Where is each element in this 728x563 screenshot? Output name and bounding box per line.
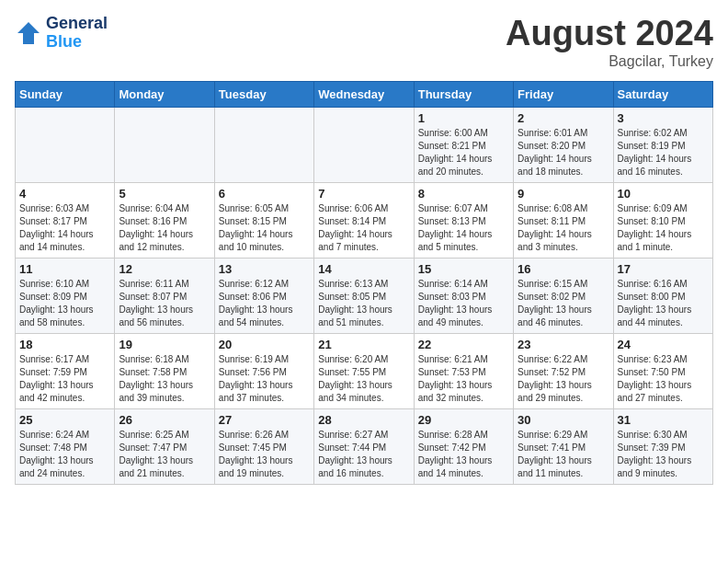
col-header-tuesday: Tuesday	[214, 81, 313, 107]
day-info: Sunrise: 6:07 AM Sunset: 8:13 PM Dayligh…	[418, 202, 509, 254]
day-info: Sunrise: 6:11 AM Sunset: 8:07 PM Dayligh…	[119, 278, 210, 329]
col-header-sunday: Sunday	[16, 81, 115, 107]
calendar-cell: 16Sunrise: 6:15 AM Sunset: 8:02 PM Dayli…	[514, 258, 613, 333]
day-info: Sunrise: 6:17 AM Sunset: 7:59 PM Dayligh…	[19, 353, 110, 405]
day-number: 27	[219, 413, 310, 427]
day-info: Sunrise: 6:12 AM Sunset: 8:06 PM Dayligh…	[219, 278, 310, 329]
calendar-cell: 13Sunrise: 6:12 AM Sunset: 8:06 PM Dayli…	[214, 258, 313, 333]
day-info: Sunrise: 6:19 AM Sunset: 7:56 PM Dayligh…	[219, 353, 310, 405]
calendar-cell: 10Sunrise: 6:09 AM Sunset: 8:10 PM Dayli…	[613, 182, 712, 258]
day-number: 1	[418, 111, 509, 125]
day-number: 11	[19, 262, 110, 276]
day-number: 14	[318, 262, 409, 276]
page-header: General Blue August 2024 Bagcilar, Turke…	[15, 15, 713, 70]
day-number: 26	[119, 413, 210, 427]
calendar-cell: 18Sunrise: 6:17 AM Sunset: 7:59 PM Dayli…	[16, 333, 115, 408]
col-header-thursday: Thursday	[414, 81, 513, 107]
location: Bagcilar, Turkey	[506, 53, 713, 70]
day-number: 29	[418, 413, 509, 427]
day-info: Sunrise: 6:20 AM Sunset: 7:55 PM Dayligh…	[318, 353, 409, 405]
day-number: 23	[518, 338, 609, 351]
calendar-body: 1Sunrise: 6:00 AM Sunset: 8:21 PM Daylig…	[16, 107, 713, 484]
col-header-wednesday: Wednesday	[314, 81, 414, 107]
day-number: 16	[518, 262, 609, 276]
day-info: Sunrise: 6:04 AM Sunset: 8:16 PM Dayligh…	[119, 202, 210, 254]
calendar-cell: 25Sunrise: 6:24 AM Sunset: 7:48 PM Dayli…	[16, 408, 115, 484]
day-number: 5	[119, 187, 210, 201]
day-info: Sunrise: 6:22 AM Sunset: 7:52 PM Dayligh…	[518, 353, 609, 405]
svg-marker-0	[17, 22, 40, 44]
day-number: 6	[219, 187, 310, 201]
logo: General Blue	[15, 15, 108, 52]
calendar-cell: 27Sunrise: 6:26 AM Sunset: 7:45 PM Dayli…	[214, 408, 313, 484]
calendar-cell	[214, 107, 313, 182]
calendar-cell: 26Sunrise: 6:25 AM Sunset: 7:47 PM Dayli…	[115, 408, 214, 484]
day-info: Sunrise: 6:15 AM Sunset: 8:02 PM Dayligh…	[518, 278, 609, 329]
logo-icon	[15, 19, 42, 47]
calendar-cell: 11Sunrise: 6:10 AM Sunset: 8:09 PM Dayli…	[16, 258, 115, 333]
day-number: 9	[518, 187, 609, 201]
logo-text: General Blue	[46, 15, 108, 52]
calendar-cell: 29Sunrise: 6:28 AM Sunset: 7:42 PM Dayli…	[414, 408, 513, 484]
day-number: 15	[418, 262, 509, 276]
day-number: 17	[618, 262, 709, 276]
calendar-header: SundayMondayTuesdayWednesdayThursdayFrid…	[16, 81, 713, 107]
day-number: 7	[318, 187, 409, 201]
header-row: SundayMondayTuesdayWednesdayThursdayFrid…	[16, 81, 713, 107]
calendar-cell	[115, 107, 214, 182]
calendar-cell: 20Sunrise: 6:19 AM Sunset: 7:56 PM Dayli…	[214, 333, 313, 408]
day-number: 18	[19, 338, 110, 351]
week-row-3: 11Sunrise: 6:10 AM Sunset: 8:09 PM Dayli…	[16, 258, 713, 333]
day-info: Sunrise: 6:23 AM Sunset: 7:50 PM Dayligh…	[618, 353, 709, 405]
day-info: Sunrise: 6:24 AM Sunset: 7:48 PM Dayligh…	[19, 429, 110, 480]
day-number: 19	[119, 338, 210, 351]
col-header-saturday: Saturday	[613, 81, 712, 107]
day-number: 4	[19, 187, 110, 201]
day-info: Sunrise: 6:13 AM Sunset: 8:05 PM Dayligh…	[318, 278, 409, 329]
calendar-cell: 5Sunrise: 6:04 AM Sunset: 8:16 PM Daylig…	[115, 182, 214, 258]
day-number: 12	[119, 262, 210, 276]
calendar-cell	[314, 107, 414, 182]
day-number: 28	[318, 413, 409, 427]
calendar-cell: 21Sunrise: 6:20 AM Sunset: 7:55 PM Dayli…	[314, 333, 414, 408]
calendar-cell: 14Sunrise: 6:13 AM Sunset: 8:05 PM Dayli…	[314, 258, 414, 333]
day-number: 30	[518, 413, 609, 427]
day-info: Sunrise: 6:00 AM Sunset: 8:21 PM Dayligh…	[418, 127, 509, 178]
day-number: 10	[618, 187, 709, 201]
day-info: Sunrise: 6:10 AM Sunset: 8:09 PM Dayligh…	[19, 278, 110, 329]
calendar-cell: 22Sunrise: 6:21 AM Sunset: 7:53 PM Dayli…	[414, 333, 513, 408]
calendar-cell: 4Sunrise: 6:03 AM Sunset: 8:17 PM Daylig…	[16, 182, 115, 258]
calendar-cell: 8Sunrise: 6:07 AM Sunset: 8:13 PM Daylig…	[414, 182, 513, 258]
day-info: Sunrise: 6:16 AM Sunset: 8:00 PM Dayligh…	[618, 278, 709, 329]
day-info: Sunrise: 6:25 AM Sunset: 7:47 PM Dayligh…	[119, 429, 210, 480]
calendar-cell: 17Sunrise: 6:16 AM Sunset: 8:00 PM Dayli…	[613, 258, 712, 333]
day-number: 3	[618, 111, 709, 125]
calendar-cell: 1Sunrise: 6:00 AM Sunset: 8:21 PM Daylig…	[414, 107, 513, 182]
day-info: Sunrise: 6:21 AM Sunset: 7:53 PM Dayligh…	[418, 353, 509, 405]
day-info: Sunrise: 6:02 AM Sunset: 8:19 PM Dayligh…	[618, 127, 709, 178]
day-info: Sunrise: 6:03 AM Sunset: 8:17 PM Dayligh…	[19, 202, 110, 254]
day-info: Sunrise: 6:05 AM Sunset: 8:15 PM Dayligh…	[219, 202, 310, 254]
day-info: Sunrise: 6:09 AM Sunset: 8:10 PM Dayligh…	[618, 202, 709, 254]
col-header-friday: Friday	[514, 81, 613, 107]
day-number: 2	[518, 111, 609, 125]
calendar-cell: 12Sunrise: 6:11 AM Sunset: 8:07 PM Dayli…	[115, 258, 214, 333]
calendar-cell: 7Sunrise: 6:06 AM Sunset: 8:14 PM Daylig…	[314, 182, 414, 258]
day-info: Sunrise: 6:18 AM Sunset: 7:58 PM Dayligh…	[119, 353, 210, 405]
month-title: August 2024	[506, 15, 713, 53]
day-number: 20	[219, 338, 310, 351]
day-info: Sunrise: 6:06 AM Sunset: 8:14 PM Dayligh…	[318, 202, 409, 254]
day-info: Sunrise: 6:29 AM Sunset: 7:41 PM Dayligh…	[518, 429, 609, 480]
calendar-cell: 28Sunrise: 6:27 AM Sunset: 7:44 PM Dayli…	[314, 408, 414, 484]
day-number: 21	[318, 338, 409, 351]
calendar-cell: 6Sunrise: 6:05 AM Sunset: 8:15 PM Daylig…	[214, 182, 313, 258]
calendar-cell: 2Sunrise: 6:01 AM Sunset: 8:20 PM Daylig…	[514, 107, 613, 182]
calendar-cell: 23Sunrise: 6:22 AM Sunset: 7:52 PM Dayli…	[514, 333, 613, 408]
calendar-cell: 24Sunrise: 6:23 AM Sunset: 7:50 PM Dayli…	[613, 333, 712, 408]
calendar-cell: 3Sunrise: 6:02 AM Sunset: 8:19 PM Daylig…	[613, 107, 712, 182]
calendar-cell: 9Sunrise: 6:08 AM Sunset: 8:11 PM Daylig…	[514, 182, 613, 258]
calendar-cell	[16, 107, 115, 182]
day-number: 24	[618, 338, 709, 351]
col-header-monday: Monday	[115, 81, 214, 107]
day-number: 22	[418, 338, 509, 351]
